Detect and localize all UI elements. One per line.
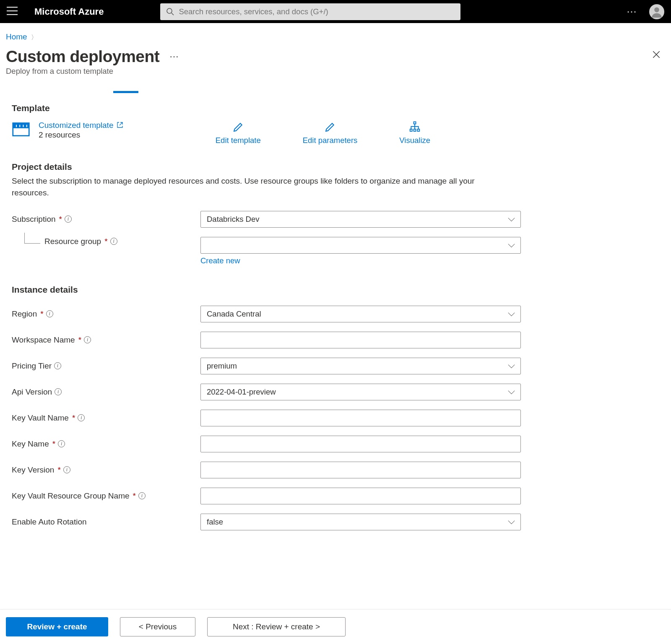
info-icon[interactable]: i <box>84 336 91 343</box>
edit-parameters-button[interactable]: Edit parameters <box>303 121 358 145</box>
key-version-row: Key Version*i <box>12 462 521 478</box>
pricing-tier-row: Pricing Tieri premium <box>12 358 521 374</box>
resource-group-row: Resource group*i Create new <box>12 237 521 265</box>
edit-template-button[interactable]: Edit template <box>216 121 261 145</box>
key-version-input[interactable] <box>200 462 521 478</box>
info-icon[interactable]: i <box>78 414 85 421</box>
info-icon[interactable]: i <box>65 216 72 223</box>
info-icon[interactable]: i <box>54 362 61 369</box>
resource-group-label: Resource group <box>44 237 101 246</box>
region-label: Region <box>12 309 37 319</box>
workspace-name-input[interactable] <box>200 332 521 348</box>
region-select[interactable]: Canada Central <box>200 306 521 322</box>
info-icon[interactable]: i <box>63 466 70 473</box>
svg-point-2 <box>654 7 659 12</box>
subscription-label: Subscription <box>12 215 56 224</box>
global-search[interactable] <box>160 3 460 20</box>
create-new-rg-link[interactable]: Create new <box>200 256 240 265</box>
info-icon[interactable]: i <box>58 440 65 447</box>
breadcrumb: Home 〉 <box>0 23 671 47</box>
breadcrumb-home[interactable]: Home <box>6 32 27 41</box>
search-input[interactable] <box>179 7 455 16</box>
info-icon[interactable]: i <box>138 492 146 499</box>
pricing-tier-label: Pricing Tier <box>12 361 52 371</box>
project-details-desc: Select the subscription to manage deploy… <box>12 175 502 199</box>
key-vault-name-row: Key Vault Name*i <box>12 410 521 426</box>
key-name-input[interactable] <box>200 436 521 452</box>
kv-rg-name-row: Key Vault Resource Group Name*i <box>12 488 521 504</box>
brand-label: Microsoft Azure <box>34 6 104 17</box>
api-version-select[interactable]: 2022-04-01-preview <box>200 384 521 400</box>
svg-rect-12 <box>417 129 419 131</box>
key-name-row: Key Name*i <box>12 436 521 452</box>
pencil-icon <box>324 121 336 133</box>
key-name-label: Key Name <box>12 439 49 449</box>
info-icon[interactable]: i <box>110 238 117 245</box>
api-version-row: Api Versioni 2022-04-01-preview <box>12 384 521 400</box>
page-more-icon[interactable]: ⋯ <box>169 51 179 62</box>
external-link-icon <box>117 122 123 128</box>
project-details-head: Project details <box>12 162 521 172</box>
resource-group-select[interactable] <box>200 237 521 254</box>
api-version-label: Api Version <box>12 387 52 397</box>
page-subtitle: Deploy from a custom template <box>6 67 665 76</box>
auto-rotation-select[interactable]: false <box>200 514 521 530</box>
hamburger-icon[interactable] <box>7 7 18 16</box>
template-row: Customized template 2 resources Edit tem… <box>12 121 521 145</box>
workspace-name-row: Workspace Name*i <box>12 332 521 348</box>
workspace-name-label: Workspace Name <box>12 335 75 345</box>
subscription-select[interactable]: Databricks Dev <box>200 211 521 228</box>
svg-rect-9 <box>414 122 416 124</box>
svg-rect-11 <box>414 129 416 131</box>
search-icon <box>166 8 174 16</box>
kv-rg-name-input[interactable] <box>200 488 521 504</box>
info-icon[interactable]: i <box>46 310 53 317</box>
hierarchy-icon <box>408 121 421 133</box>
header-more-icon[interactable]: ⋯ <box>627 6 637 18</box>
chevron-right-icon: 〉 <box>31 34 37 41</box>
instance-details-head: Instance details <box>12 285 521 295</box>
pencil-icon <box>232 121 244 133</box>
auto-rotation-row: Enable Auto Rotation false <box>12 514 521 530</box>
customized-template-link[interactable]: Customized template <box>39 121 123 130</box>
key-version-label: Key Version <box>12 465 54 475</box>
info-icon[interactable]: i <box>55 388 62 395</box>
template-resources-count: 2 resources <box>39 130 123 140</box>
auto-rotation-label: Enable Auto Rotation <box>12 517 87 527</box>
user-avatar[interactable] <box>649 4 664 19</box>
global-header: Microsoft Azure ⋯ <box>0 0 671 23</box>
region-row: Region*i Canada Central <box>12 306 521 322</box>
template-section-head: Template <box>12 103 521 113</box>
form-content: Template Customized template 2 resources… <box>0 93 533 590</box>
page-header: Custom deployment ⋯ Deploy from a custom… <box>0 47 671 78</box>
key-vault-name-input[interactable] <box>200 410 521 426</box>
visualize-button[interactable]: Visualize <box>399 121 430 145</box>
svg-rect-10 <box>410 129 412 131</box>
page-title: Custom deployment <box>6 47 159 66</box>
svg-line-1 <box>172 13 174 15</box>
pricing-tier-select[interactable]: premium <box>200 358 521 374</box>
subscription-row: Subscription*i Databricks Dev <box>12 211 521 228</box>
template-icon <box>12 121 30 139</box>
kv-rg-name-label: Key Vault Resource Group Name <box>12 491 130 501</box>
close-icon[interactable] <box>652 50 661 60</box>
svg-point-0 <box>167 8 172 13</box>
key-vault-name-label: Key Vault Name <box>12 413 69 423</box>
